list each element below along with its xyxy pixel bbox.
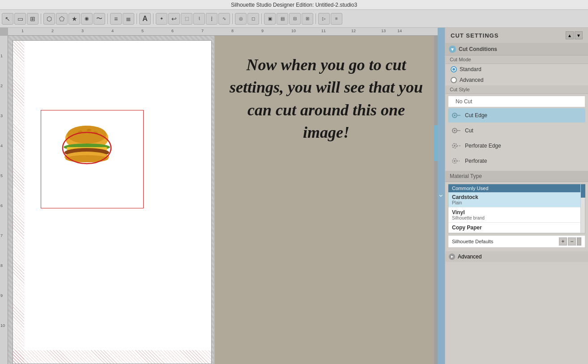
cut-mode-label: Cut Mode	[445, 55, 588, 64]
ruler-top: 1 2 3 4 5 6 7 8 9 10 11 12 13 14	[8, 28, 438, 36]
mat-area: ▲	[8, 36, 214, 364]
grid-tool-btn[interactable]: ⊞	[27, 13, 38, 25]
cut-conditions-section[interactable]: ▼ Cut Conditions	[445, 43, 588, 55]
ruler-vmark-3: 3	[0, 114, 3, 118]
spiral-tool-btn[interactable]: ◉	[81, 13, 93, 25]
advanced-radio-row[interactable]: Advanced	[445, 75, 588, 85]
canvas-scrollbar-thumb[interactable]	[434, 125, 438, 161]
ruler-vmark-9: 9	[0, 293, 3, 298]
panel-collapse-btn[interactable]: ›	[438, 28, 445, 364]
material-vinyl-name: Vinyl	[452, 209, 581, 216]
smooth-tool-btn[interactable]: ∿	[218, 13, 230, 25]
advanced-radio[interactable]	[451, 77, 457, 83]
ruler-mark-14: 14	[397, 29, 402, 33]
page-main-text: Now when you go to cut settings, you wil…	[215, 36, 438, 162]
knife-tool-btn[interactable]: ⌇	[193, 13, 205, 25]
cut-settings-panel: CUT SETTINGS ▲ ▼ ▼ Cut Conditions Cut Mo…	[445, 28, 588, 364]
material-copy-paper[interactable]: Copy Paper	[448, 223, 585, 233]
panel-scroll-up-btn[interactable]: ▲	[566, 31, 574, 39]
cut-edge-item[interactable]: Cut Edge	[448, 108, 585, 123]
material-cardstock[interactable]: Cardstock Plain	[448, 192, 585, 207]
material-group-header: Commonly Used	[448, 184, 585, 192]
select-tool-btn[interactable]: ↖	[2, 13, 13, 25]
add-material-btn[interactable]: +	[559, 237, 567, 245]
align-center-btn[interactable]: ≣	[123, 13, 134, 25]
perforate-edge-item[interactable]: Perforate Edge	[448, 139, 585, 153]
separator-1	[41, 13, 41, 24]
cut-edge-svg	[452, 110, 461, 120]
mat-page	[13, 40, 212, 364]
defaults-scroll[interactable]	[577, 237, 581, 245]
canvas-vertical-scrollbar[interactable]	[434, 36, 438, 364]
remove-material-btn[interactable]: −	[568, 237, 576, 245]
ruler-mark-4: 4	[111, 29, 114, 33]
seed-2	[87, 129, 91, 131]
ruler-mark-9: 9	[261, 29, 264, 33]
material-scrollbar-thumb[interactable]	[581, 184, 585, 198]
advanced-section[interactable]: Advanced	[445, 251, 588, 262]
cut-item[interactable]: Cut	[448, 123, 585, 138]
align-left-btn[interactable]: ≡	[110, 13, 122, 25]
material-scrollbar[interactable]	[580, 184, 585, 233]
material-type-header: Material Type	[445, 171, 588, 182]
separator-3	[136, 13, 137, 24]
separator-2	[107, 13, 108, 24]
ruler-mark-1: 1	[21, 29, 24, 33]
ruler-vmark-7: 7	[0, 233, 3, 238]
perforate-edge-icon	[452, 141, 461, 151]
app-title: Silhouette Studio Designer Edition: Unti…	[231, 2, 357, 8]
svg-point-7	[454, 145, 456, 147]
star-tool-btn[interactable]: ★	[68, 13, 80, 25]
rectangle-tool-btn[interactable]: ▭	[14, 13, 26, 25]
ruler-left: 1 2 3 4 5 6 7 8 9 10	[0, 36, 8, 364]
ruler-mark-11: 11	[321, 29, 326, 33]
export-btn[interactable]: ▷	[318, 13, 330, 25]
advanced-label: Advanced	[460, 77, 483, 83]
ruler-vmark-8: 8	[0, 263, 3, 268]
title-bar: Silhouette Studio Designer Edition: Unti…	[0, 0, 588, 10]
ruler-mark-13: 13	[381, 29, 386, 33]
ruler-vmark-1: 1	[0, 54, 3, 58]
weld-tool-btn[interactable]: ◎	[235, 13, 247, 25]
svg-point-10	[454, 160, 456, 162]
no-cut-item[interactable]: No Cut	[448, 96, 585, 107]
fill-tool-btn[interactable]: ✦	[156, 13, 167, 25]
layers-btn[interactable]: ⊟	[289, 13, 301, 25]
ruler-mark-10: 10	[291, 29, 296, 33]
eraser-tool-btn[interactable]: ⁞	[206, 13, 217, 25]
perforate-svg	[452, 156, 461, 166]
no-cut-label: No Cut	[452, 98, 472, 105]
cut-svg	[452, 126, 461, 135]
ruler-mark-12: 12	[351, 29, 356, 33]
polygon-tool-btn[interactable]: ⬡	[43, 13, 55, 25]
media-btn[interactable]: ▣	[264, 13, 276, 25]
bottom-border-hatch	[13, 350, 211, 364]
more-btn[interactable]: ≡	[331, 13, 342, 25]
grid-view-btn[interactable]: ⊞	[302, 13, 313, 25]
cut-icon	[452, 126, 461, 135]
collapse-icon: ›	[437, 195, 445, 197]
cut-conditions-label: Cut Conditions	[459, 46, 497, 52]
perforate-item[interactable]: Perforate	[448, 154, 585, 168]
standard-radio[interactable]	[451, 66, 457, 72]
ruler-vmark-4: 4	[0, 144, 3, 148]
pentagon-tool-btn[interactable]: ⬠	[56, 13, 68, 25]
cut-conditions-icon: ▼	[449, 46, 456, 53]
wave-tool-btn[interactable]: 〜	[94, 13, 105, 25]
undo-btn[interactable]: ↩	[168, 13, 180, 25]
panel-header: CUT SETTINGS ▲ ▼	[445, 28, 588, 43]
advanced-expand-icon	[449, 254, 455, 260]
separator-4	[153, 13, 153, 24]
cut-out-btn[interactable]: ◻	[247, 13, 259, 25]
burger-svg	[58, 121, 116, 170]
standard-radio-row[interactable]: Standard	[445, 64, 588, 75]
text-tool-btn[interactable]: A	[139, 13, 151, 25]
trace-tool-btn[interactable]: ⬚	[181, 13, 192, 25]
cut-style-section: No Cut Cut Edge	[445, 94, 588, 171]
svg-point-4	[454, 130, 456, 131]
material-vinyl[interactable]: Vinyl Silhouette brand	[448, 207, 585, 223]
ruler-mark-7: 7	[201, 29, 204, 33]
burger-image[interactable]	[58, 121, 116, 170]
panel-scroll-down-btn[interactable]: ▼	[575, 31, 583, 39]
panel-btn[interactable]: ▤	[277, 13, 288, 25]
